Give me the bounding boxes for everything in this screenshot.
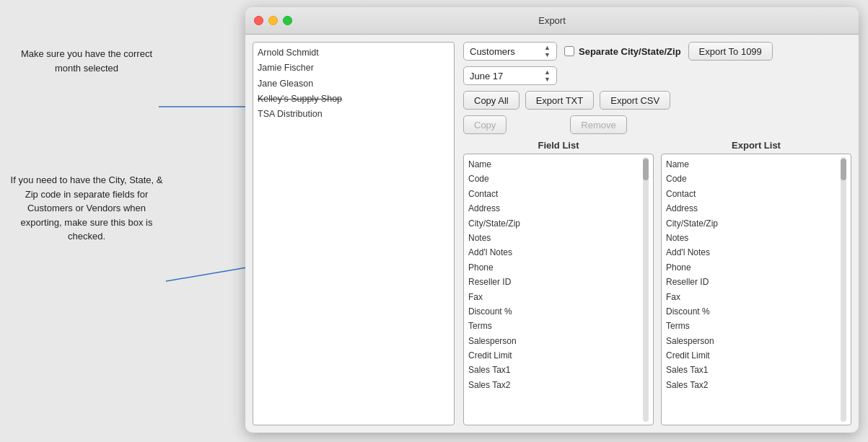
field-list-item[interactable]: Add'l Notes: [468, 245, 641, 260]
export-list-item[interactable]: Sales Tax1: [666, 363, 839, 377]
minimize-button[interactable]: [268, 16, 278, 25]
field-list-item[interactable]: Name: [468, 157, 641, 172]
field-list-item[interactable]: Fax: [468, 290, 641, 304]
field-list-item[interactable]: Salesperson: [468, 334, 641, 348]
customer-list-panel: Arnold SchmidtJamie FischerJane GleasonK…: [253, 42, 455, 425]
field-list-item[interactable]: Phone: [468, 260, 641, 275]
field-list-item[interactable]: Discount %: [468, 304, 641, 319]
annotation-city: If you need to have the City, State, & Z…: [7, 173, 166, 244]
field-list-item[interactable]: City/State/Zip: [468, 216, 641, 231]
close-button[interactable]: [254, 16, 263, 25]
month-dropdown-arrows: ▲ ▼: [544, 69, 551, 83]
separate-city-label: Separate City/State/Zip: [579, 46, 681, 57]
secondary-buttons-row: Copy Remove: [463, 115, 851, 134]
separate-city-checkbox[interactable]: [564, 46, 574, 56]
customers-dropdown-arrows: ▲ ▼: [544, 45, 551, 58]
export-list-section: Export List NameCodeContactAddressCity/S…: [661, 140, 851, 425]
field-list-label: Field List: [463, 140, 654, 151]
export-list-items: NameCodeContactAddressCity/State/ZipNote…: [666, 157, 839, 422]
export-list-box[interactable]: NameCodeContactAddressCity/State/ZipNote…: [661, 154, 851, 425]
month-dropdown[interactable]: June 17 ▲ ▼: [463, 66, 557, 85]
field-list-item[interactable]: Reseller ID: [468, 275, 641, 289]
separate-city-row: Separate City/State/Zip: [564, 46, 681, 57]
right-panel: Customers ▲ ▼ Separate City/State/Zip Ex…: [463, 42, 851, 425]
field-list-box[interactable]: NameCodeContactAddressCity/State/ZipNote…: [463, 154, 654, 425]
list-item[interactable]: Arnold Schmidt: [258, 45, 450, 61]
second-controls-row: June 17 ▲ ▼: [463, 66, 851, 85]
remove-button[interactable]: Remove: [570, 115, 626, 134]
month-dropdown-value: June 17: [470, 71, 540, 81]
field-list-item[interactable]: Code: [468, 172, 641, 186]
customers-dropdown[interactable]: Customers ▲ ▼: [463, 42, 557, 61]
export-list-item[interactable]: City/State/Zip: [666, 216, 839, 231]
export-list-item[interactable]: Reseller ID: [666, 275, 839, 289]
export-list-scrollbar-thumb[interactable]: [841, 159, 846, 180]
export-list-item[interactable]: Discount %: [666, 304, 839, 319]
export-window: Export Arnold SchmidtJamie FischerJane G…: [245, 7, 859, 433]
export-buttons-row: Copy All Export TXT Export CSV: [463, 91, 851, 110]
export-list-item[interactable]: Fax: [666, 290, 839, 304]
export-list-item[interactable]: Contact: [666, 187, 839, 201]
export-list-item[interactable]: Phone: [666, 260, 839, 275]
export-list-item[interactable]: Salesperson: [666, 334, 839, 348]
export-txt-button[interactable]: Export TXT: [525, 91, 595, 110]
customer-list[interactable]: Arnold SchmidtJamie FischerJane GleasonK…: [253, 42, 455, 425]
field-list-items: NameCodeContactAddressCity/State/ZipNote…: [468, 157, 641, 422]
list-item[interactable]: Kelley's Supply Shop: [258, 92, 450, 107]
export-list-scrollbar[interactable]: [841, 157, 846, 422]
export-list-item[interactable]: Notes: [666, 231, 839, 245]
copy-all-button[interactable]: Copy All: [463, 91, 520, 110]
window-title: Export: [538, 15, 566, 26]
field-list-item[interactable]: Notes: [468, 231, 641, 245]
list-item[interactable]: Jane Gleason: [258, 76, 450, 92]
traffic-lights: [254, 16, 292, 25]
annotation-month: Make sure you have the correct month sel…: [14, 47, 159, 75]
field-list-item[interactable]: Sales Tax1: [468, 363, 641, 377]
top-controls-row: Customers ▲ ▼ Separate City/State/Zip Ex…: [463, 42, 851, 61]
list-item[interactable]: TSA Distribution: [258, 107, 450, 122]
field-list-item[interactable]: Contact: [468, 187, 641, 201]
list-item[interactable]: Jamie Fischer: [258, 61, 450, 76]
field-list-item[interactable]: Sales Tax2: [468, 378, 641, 392]
export-list-item[interactable]: Add'l Notes: [666, 245, 839, 260]
export-list-item[interactable]: Name: [666, 157, 839, 172]
copy-button[interactable]: Copy: [463, 115, 507, 134]
export-list-label: Export List: [661, 140, 851, 151]
export-list-item[interactable]: Credit Limit: [666, 348, 839, 363]
titlebar: Export: [245, 7, 859, 35]
export-list-item[interactable]: Sales Tax2: [666, 378, 839, 392]
field-list-item[interactable]: Credit Limit: [468, 348, 641, 363]
field-list-section: Field List NameCodeContactAddressCity/St…: [463, 140, 654, 425]
export-list-item[interactable]: Address: [666, 201, 839, 216]
export-list-item[interactable]: Code: [666, 172, 839, 186]
window-content: Arnold SchmidtJamie FischerJane GleasonK…: [245, 35, 859, 433]
customers-dropdown-value: Customers: [470, 46, 540, 57]
export-1099-button[interactable]: Export To 1099: [688, 42, 773, 61]
export-list-item[interactable]: Terms: [666, 319, 839, 333]
field-list-scrollbar-thumb[interactable]: [643, 159, 649, 180]
lists-area: Field List NameCodeContactAddressCity/St…: [463, 140, 851, 425]
zoom-button[interactable]: [283, 16, 292, 25]
field-list-item[interactable]: Address: [468, 201, 641, 216]
field-list-scrollbar[interactable]: [643, 157, 649, 422]
field-list-item[interactable]: Terms: [468, 319, 641, 333]
export-csv-button[interactable]: Export CSV: [600, 91, 670, 110]
